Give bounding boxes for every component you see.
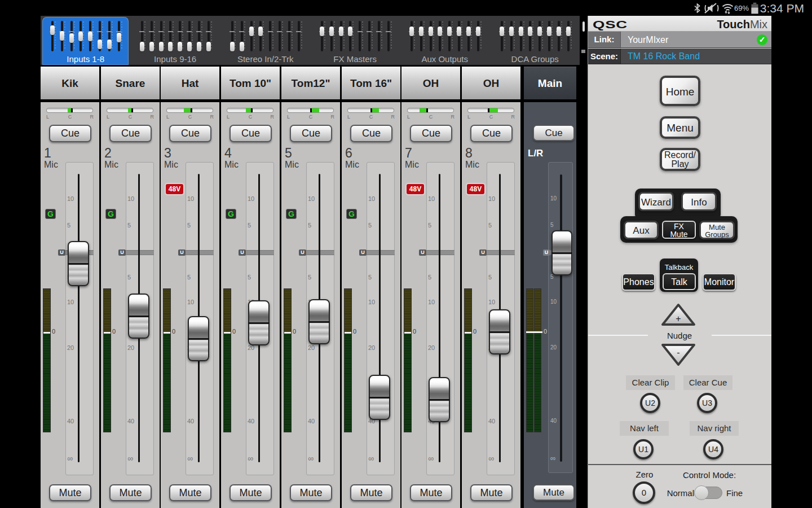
svg-text:-: -	[677, 348, 679, 357]
svg-text:+: +	[676, 314, 681, 323]
